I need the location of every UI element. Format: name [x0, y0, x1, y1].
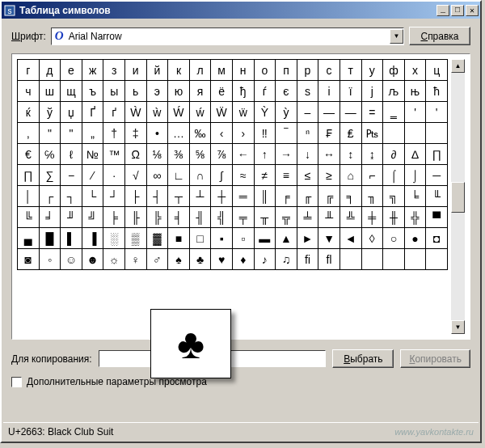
character-cell[interactable]: ♠	[168, 249, 190, 270]
character-cell[interactable]: э	[146, 81, 168, 102]
maximize-button[interactable]: □	[451, 5, 464, 16]
character-cell[interactable]: □	[189, 228, 211, 249]
character-cell[interactable]	[404, 249, 426, 270]
character-cell[interactable]: ╪	[361, 207, 383, 228]
character-cell[interactable]: „	[82, 123, 103, 144]
character-cell[interactable]: ▒	[124, 228, 146, 249]
character-cell[interactable]: ⅛	[146, 144, 168, 165]
character-cell[interactable]	[383, 249, 405, 270]
character-cell[interactable]: ц	[426, 60, 448, 81]
character-cell[interactable]: ﬁ	[297, 249, 318, 270]
character-cell[interactable]: ╨	[318, 207, 340, 228]
character-cell[interactable]: ╝	[82, 207, 103, 228]
character-cell[interactable]: ╕	[340, 186, 361, 207]
character-cell[interactable]: њ	[404, 81, 426, 102]
character-cell[interactable]: ┘	[103, 186, 125, 207]
character-cell[interactable]: ―	[340, 102, 361, 123]
character-cell[interactable]: ┼	[211, 186, 233, 207]
character-cell[interactable]: ▫	[232, 228, 254, 249]
character-cell[interactable]: ╜	[61, 207, 82, 228]
character-cell[interactable]: ▀	[426, 207, 448, 228]
character-cell[interactable]: ↔	[318, 144, 340, 165]
character-cell[interactable]: ▐	[82, 228, 103, 249]
character-cell[interactable]: —	[318, 102, 340, 123]
help-button[interactable]: Справка	[409, 27, 470, 45]
character-cell[interactable]: ё	[211, 81, 233, 102]
character-cell[interactable]: "	[61, 123, 82, 144]
character-cell[interactable]: ▬	[254, 228, 276, 249]
character-cell[interactable]: о	[254, 60, 276, 81]
character-cell[interactable]: →	[276, 144, 297, 165]
character-cell[interactable]: ◦	[39, 249, 61, 270]
character-cell[interactable]: "	[39, 123, 61, 144]
character-cell[interactable]: ♂	[146, 249, 168, 270]
character-cell[interactable]: з	[103, 60, 125, 81]
character-cell[interactable]: −	[61, 165, 82, 186]
character-cell[interactable]: т	[340, 60, 361, 81]
character-cell[interactable]: ╙	[426, 186, 448, 207]
titlebar[interactable]: s Таблица символов _ □ ✕	[2, 2, 480, 19]
character-cell[interactable]: ẃ	[189, 102, 211, 123]
character-cell[interactable]: ы	[103, 81, 125, 102]
character-cell[interactable]: ≡	[276, 165, 297, 186]
character-cell[interactable]: ╡	[168, 207, 190, 228]
character-cell[interactable]: ₤	[340, 123, 361, 144]
character-cell[interactable]: ◙	[18, 249, 40, 270]
character-cell[interactable]: ├	[124, 186, 146, 207]
character-cell[interactable]: ╔	[318, 186, 340, 207]
character-cell[interactable]: я	[189, 81, 211, 102]
character-cell[interactable]: ⌐	[361, 165, 383, 186]
character-cell[interactable]: ш	[39, 81, 61, 102]
character-cell[interactable]: ⌡	[404, 165, 426, 186]
character-cell[interactable]: ☼	[103, 249, 125, 270]
character-cell[interactable]: ╫	[383, 207, 405, 228]
scroll-thumb[interactable]	[451, 182, 465, 213]
character-cell[interactable]	[426, 123, 448, 144]
character-cell[interactable]: ↑	[254, 144, 276, 165]
character-cell[interactable]: ♫	[276, 249, 297, 270]
character-cell[interactable]: ♪	[254, 249, 276, 270]
character-cell[interactable]: ─	[426, 165, 448, 186]
character-cell[interactable]: ┤	[146, 186, 168, 207]
character-cell[interactable]: ╓	[297, 186, 318, 207]
character-cell[interactable]: ╬	[404, 207, 426, 228]
character-cell[interactable]: ▓	[146, 228, 168, 249]
character-cell[interactable]: №	[82, 144, 103, 165]
scroll-up-icon[interactable]: ▲	[451, 59, 465, 73]
character-cell[interactable]: ỳ	[276, 102, 297, 123]
character-cell[interactable]	[361, 249, 383, 270]
character-cell[interactable]: ∕	[82, 165, 103, 186]
character-cell[interactable]: ╘	[404, 186, 426, 207]
character-cell[interactable]: ѕ	[297, 81, 318, 102]
character-cell[interactable]: ∏	[18, 165, 40, 186]
character-cell[interactable]: ░	[103, 228, 125, 249]
character-cell[interactable]: ‚	[18, 123, 40, 144]
character-cell[interactable]	[426, 249, 448, 270]
character-cell[interactable]: ⁿ	[297, 123, 318, 144]
character-cell[interactable]	[383, 123, 405, 144]
character-cell[interactable]: ф	[383, 60, 405, 81]
character-cell[interactable]: ∫	[211, 165, 233, 186]
character-cell[interactable]: ѓ	[254, 81, 276, 102]
character-cell[interactable]: ₧	[361, 123, 383, 144]
character-cell[interactable]: Ẁ	[124, 102, 146, 123]
character-cell[interactable]: ▲	[276, 228, 297, 249]
character-cell[interactable]: ♦	[232, 249, 254, 270]
select-button[interactable]: Выбрать	[332, 349, 394, 368]
character-cell[interactable]: д	[39, 60, 61, 81]
character-cell[interactable]: '	[404, 102, 426, 123]
font-select[interactable]: O Arial Narrow ▼	[51, 27, 404, 45]
character-cell[interactable]: х	[404, 60, 426, 81]
character-cell[interactable]: ж	[82, 60, 103, 81]
character-cell[interactable]: €	[18, 144, 40, 165]
character-cell[interactable]: љ	[383, 81, 405, 102]
character-cell[interactable]: ╩	[340, 207, 361, 228]
character-cell[interactable]: ●	[404, 228, 426, 249]
character-cell[interactable]: └	[82, 186, 103, 207]
character-cell[interactable]: ║	[254, 186, 276, 207]
advanced-checkbox[interactable]	[11, 377, 22, 387]
character-cell[interactable]: џ	[61, 102, 82, 123]
character-cell[interactable]: й	[146, 60, 168, 81]
character-cell[interactable]: ┬	[168, 186, 190, 207]
character-cell[interactable]: ∙	[103, 165, 125, 186]
